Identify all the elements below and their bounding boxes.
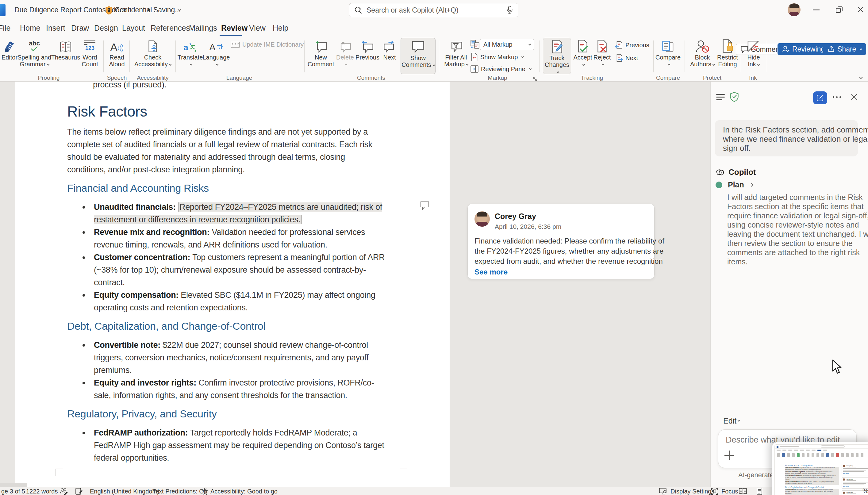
sensitivity-label[interactable]: Confidential [115, 6, 152, 14]
doc-line: Equity and investor rights: Confirm inve… [94, 377, 374, 389]
accept-button[interactable]: Accept [571, 39, 594, 66]
coauthors-icon[interactable] [59, 488, 68, 495]
next-comment-icon [378, 39, 401, 54]
word-count-indicator[interactable]: 1222 words [26, 488, 58, 495]
accept-label: Accept [571, 54, 594, 61]
see-more-link[interactable]: See more [475, 268, 508, 276]
copilot-response-header: Copilot [716, 168, 756, 177]
tab-mailings[interactable]: Mailings [189, 23, 217, 33]
mouse-cursor [832, 359, 843, 374]
display-settings-button[interactable]: Display Settings [670, 488, 714, 495]
microphone-icon[interactable] [506, 5, 513, 15]
tab-layout[interactable]: Layout [122, 23, 145, 33]
edit-mode-label: Edit [723, 416, 736, 425]
tab-help[interactable]: Help [273, 23, 288, 33]
previous-comment-button[interactable]: Previous [355, 39, 380, 61]
next-change-button[interactable]: Next [615, 54, 638, 62]
hide-ink-button[interactable]: Hide Ink [740, 39, 767, 67]
bullet-dot [83, 382, 85, 384]
restrict-editing-button[interactable]: Restrict Editing [712, 39, 744, 67]
reviewing-pane-button[interactable]: Reviewing Pane [471, 65, 531, 73]
hide-ink-icon [740, 39, 767, 54]
print-layout-icon[interactable] [756, 488, 763, 495]
accessibility-indicator[interactable]: Accessibility: Good to go [210, 488, 277, 495]
pane-menu-icon[interactable] [716, 94, 725, 100]
all-markup-select[interactable]: All Markup [480, 39, 534, 50]
proofing-status-icon[interactable] [75, 488, 83, 495]
compare-button[interactable]: Compare [654, 39, 682, 66]
filter-markup-label-2: Markup [439, 61, 473, 67]
tab-home[interactable]: Home [20, 23, 40, 33]
plan-step-row[interactable]: Plan [716, 180, 753, 189]
previous-change-button[interactable]: Previous [615, 41, 649, 49]
next-comment-label: Next [378, 54, 401, 61]
bullet-dot [83, 206, 85, 208]
filter-all-markup-button[interactable]: Filter All Markup [439, 39, 473, 67]
show-comments-button[interactable]: Show Comments [401, 38, 436, 74]
track-changes-button[interactable]: Track Changes [543, 38, 571, 74]
next-comment-button[interactable]: Next [378, 39, 401, 61]
horizontal-scrollbar[interactable] [0, 483, 27, 487]
read-mode-icon[interactable] [738, 488, 747, 495]
doc-line: conditions, and/or post-close integratio… [67, 164, 245, 176]
chevron-down-icon [47, 63, 49, 66]
show-comments-label-2: Comments [401, 61, 435, 68]
tab-review[interactable]: Review [221, 23, 248, 33]
check-accessibility-label-2: Accessibility [130, 61, 176, 67]
language-indicator[interactable]: English (United Kingdom) [90, 488, 159, 495]
new-comment-button[interactable]: New Comment [307, 39, 335, 67]
delete-label: Delete [333, 54, 357, 61]
text-predictions-indicator[interactable]: Text Predictions: On [152, 488, 207, 495]
restrict-editing-label-1: Restrict [712, 54, 744, 61]
spelling-grammar-button[interactable]: abc Spelling and Grammar [14, 39, 54, 67]
close-pane-icon[interactable] [851, 93, 858, 101]
share-button[interactable]: Share [823, 43, 866, 55]
more-options-icon[interactable] [833, 96, 841, 98]
account-avatar[interactable] [788, 3, 801, 16]
minimize-button[interactable] [813, 9, 819, 11]
dialog-launcher-icon[interactable] [533, 77, 538, 82]
bullet-dot [83, 231, 85, 234]
reject-button[interactable]: Reject [591, 39, 613, 66]
search-placeholder: Search or ask Copilot (Alt+Q) [367, 6, 506, 14]
edit-mode-dropdown[interactable]: Edit [723, 416, 740, 425]
language-button[interactable]: A Language [202, 39, 230, 66]
doc-line: premiums. [94, 364, 132, 377]
tab-file[interactable]: File [0, 23, 11, 33]
word-count-button[interactable]: 123 Word Count [76, 39, 104, 67]
show-markup-button[interactable]: Show Markup [471, 53, 524, 61]
show-markup-label: Show Markup [480, 54, 518, 61]
collapse-ribbon-icon[interactable] [859, 75, 863, 79]
tab-view[interactable]: View [249, 23, 266, 33]
check-accessibility-button[interactable]: Check Accessibility [130, 39, 176, 67]
translate-button[interactable]: a Translate [176, 39, 204, 66]
comment-anchor-icon[interactable] [420, 201, 430, 210]
bullet-dot [83, 432, 85, 434]
word-app-window: Due Diligence Report Contoso.docx Confid… [0, 0, 868, 495]
chevron-down-icon [432, 64, 435, 66]
save-status[interactable]: Saving... [153, 6, 181, 14]
tab-design[interactable]: Design [94, 23, 118, 33]
picture-in-picture-thumbnail[interactable]: Financial and Accounting RisksUnaudited … [772, 442, 868, 495]
tab-references[interactable]: References [151, 23, 190, 33]
restore-button[interactable] [835, 6, 843, 14]
comment-card[interactable]: Corey Gray April 10, 2026, 6:36 pm Finan… [467, 204, 654, 279]
document-page[interactable]: process (if pursued).Risk FactorsThe ite… [15, 82, 450, 487]
tab-draw[interactable]: Draw [71, 23, 89, 33]
search-input[interactable]: Search or ask Copilot (Alt+Q) [349, 3, 518, 17]
read-aloud-button[interactable]: A Read Aloud [103, 39, 131, 67]
page-indicator[interactable]: ge 3 of 5 [1, 488, 25, 495]
focus-icon [711, 488, 718, 495]
new-chat-compose-button[interactable] [813, 91, 827, 104]
spelling-label-2: Grammar [14, 61, 54, 67]
add-attachment-icon[interactable] [725, 450, 734, 460]
thumbnail-ribbon [775, 452, 868, 461]
tab-insert[interactable]: Insert [46, 23, 65, 33]
spelling-grammar-icon: abc [14, 39, 54, 54]
filter-markup-label-1: Filter All [439, 54, 473, 61]
zoom-percent-indicator[interactable]: % [863, 487, 868, 495]
focus-button[interactable]: Focus [721, 488, 738, 495]
close-button[interactable] [857, 6, 864, 13]
keyboard-icon [231, 42, 240, 48]
shield-check-icon[interactable] [730, 92, 739, 102]
